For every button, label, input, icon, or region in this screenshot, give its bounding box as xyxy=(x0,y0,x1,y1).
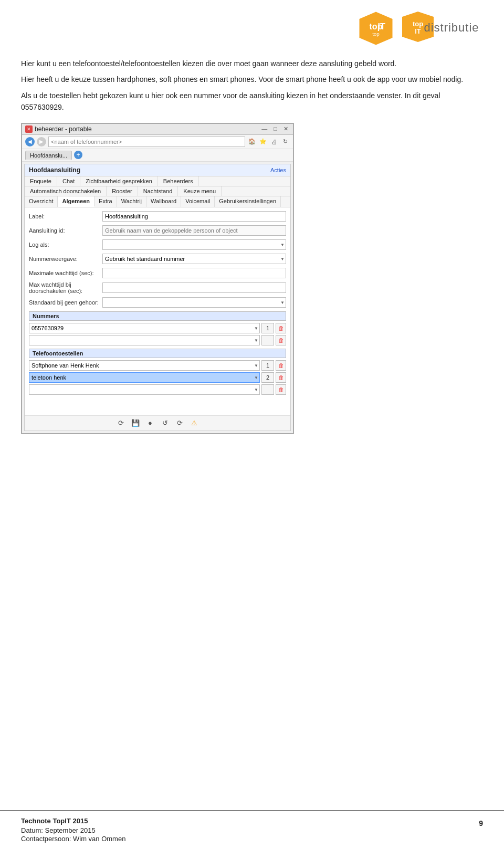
standaard-select[interactable] xyxy=(102,297,286,308)
window-controls[interactable]: — □ ✕ xyxy=(260,125,290,132)
toestel-delete-2[interactable]: 🗑 xyxy=(276,384,286,395)
form-row-max-wacht: Maximale wachttijd (sec): xyxy=(29,267,286,279)
tab-automatisch[interactable]: Automatisch doorschakelen xyxy=(25,186,107,196)
tab-voicemail[interactable]: Voicemail xyxy=(181,196,215,207)
number-select-1[interactable] xyxy=(29,335,260,345)
panel-header: Hoofdaansluiting Acties xyxy=(25,164,290,176)
toestel-select-wrapper-0: Softphone van Henk Henk xyxy=(29,360,260,371)
logo-container: top IT top top IT distributie xyxy=(357,9,483,47)
close-button[interactable]: ✕ xyxy=(282,125,290,132)
forward-button[interactable]: ▶ xyxy=(37,137,46,146)
bottom-icon-5[interactable]: ⟳ xyxy=(174,418,185,428)
toestel-row-2: 🗑 xyxy=(29,384,286,395)
tab-enquete[interactable]: Enquete xyxy=(25,176,57,186)
nummerweergave-field-label: Nummerweergave: xyxy=(29,256,102,262)
nav-add-button[interactable]: + xyxy=(74,151,82,159)
address-input[interactable] xyxy=(48,137,245,147)
bottom-icon-3[interactable]: ● xyxy=(145,418,155,428)
tab-overzicht[interactable]: Overzicht xyxy=(25,196,58,207)
tab-keuze-menu[interactable]: Keuze menu xyxy=(178,186,222,196)
toestel-badge-1: 2 xyxy=(261,372,274,383)
nummerweergave-select-wrapper: Gebruik het standaard nummer xyxy=(102,254,286,264)
nummerweergave-select[interactable]: Gebruik het standaard nummer xyxy=(102,254,286,264)
form-row-max-wacht-door: Max wachttijd bij doorschakelen (sec): xyxy=(29,281,286,294)
acties-link[interactable]: Acties xyxy=(270,167,286,173)
number-badge-1 xyxy=(261,335,274,345)
number-delete-0[interactable]: 🗑 xyxy=(276,323,286,333)
tab-gebruikersinstellingen[interactable]: Gebruikersinstellingen xyxy=(215,196,281,207)
refresh-icon[interactable]: ↻ xyxy=(280,137,290,146)
toestel-select-wrapper-1: teletoon henk xyxy=(29,372,260,383)
label-field-label: Label: xyxy=(29,213,102,219)
label-input[interactable] xyxy=(102,211,286,222)
number-select-0[interactable]: 0557630929 xyxy=(29,323,260,333)
window-titlebar: ✕ beheerder - portable — □ ✕ xyxy=(22,124,293,135)
bookmark-icon[interactable]: ⭐ xyxy=(258,137,268,146)
form-row-nummerweergave: Nummerweergave: Gebruik het standaard nu… xyxy=(29,253,286,265)
tab-algemeen[interactable]: Algemeen xyxy=(58,196,94,207)
tab-zichtbaarheid[interactable]: Zichtbaarheid gesprekken xyxy=(80,176,158,186)
svg-text:IT: IT xyxy=(378,22,385,31)
footer-left: Technote TopIT 2015 Datum: September 201… xyxy=(21,817,125,843)
toestel-delete-1[interactable]: 🗑 xyxy=(276,372,286,383)
form-row-standaard: Standaard bij geen gehoor: xyxy=(29,297,286,308)
toestel-select-wrapper-2 xyxy=(29,384,260,395)
print-icon[interactable]: 🖨 xyxy=(269,137,279,146)
tab-row-3: Overzicht Algemeen Extra Wachtrij Wallbo… xyxy=(25,196,290,207)
nav-tabs: Hoofdaanslu... + xyxy=(22,149,293,162)
toestel-select-1[interactable]: teletoon henk xyxy=(29,372,260,383)
aansluiting-input[interactable] xyxy=(102,225,286,236)
bottom-icon-4[interactable]: ↺ xyxy=(160,418,170,428)
tab-row-2: Automatisch doorschakelen Rooster Nachts… xyxy=(25,186,290,196)
max-wacht-door-input[interactable] xyxy=(102,282,286,293)
window-title: beheerder - portable xyxy=(35,125,92,133)
toestel-select-0[interactable]: Softphone van Henk Henk xyxy=(29,360,260,371)
number-row-1: 🗑 xyxy=(29,335,286,345)
page-footer: Technote TopIT 2015 Datum: September 201… xyxy=(0,810,504,849)
tab-chat[interactable]: Chat xyxy=(57,176,80,186)
para3: Als u de toestellen hebt gekozen kunt u … xyxy=(21,90,483,113)
maximize-button[interactable]: □ xyxy=(272,125,279,132)
toestel-delete-0[interactable]: 🗑 xyxy=(276,360,286,371)
back-button[interactable]: ◀ xyxy=(25,137,35,146)
minimize-button[interactable]: — xyxy=(260,125,269,132)
bottom-icon-1[interactable]: ⟳ xyxy=(116,418,126,428)
standaard-field-label: Standaard bij geen gehoor: xyxy=(29,299,102,306)
bottom-icon-warning[interactable]: ⚠ xyxy=(189,418,200,428)
footer-datum: Datum: September 2015 xyxy=(21,826,96,834)
title-left: ✕ beheerder - portable xyxy=(25,125,92,133)
tab-wachtrij[interactable]: Wachtrij xyxy=(117,196,146,207)
tab-row-1: Enquete Chat Zichtbaarheid gesprekken Be… xyxy=(25,176,290,186)
toestellen-section-header: Telefoontoestellen xyxy=(29,349,286,358)
body-text-block: Hier kunt u een telefoontoestel/telefoon… xyxy=(0,53,504,113)
nav-hoofdaanslu-tab[interactable]: Hoofdaanslu... xyxy=(25,151,72,160)
home-icon[interactable]: 🏠 xyxy=(247,137,257,146)
tab-extra[interactable]: Extra xyxy=(94,196,117,207)
svg-text:top: top xyxy=(413,20,423,28)
toestel-badge-0: 1 xyxy=(261,360,274,371)
bottom-icon-2[interactable]: 💾 xyxy=(130,418,141,428)
log-field-label: Log als: xyxy=(29,242,102,248)
tab-rooster[interactable]: Rooster xyxy=(107,186,138,196)
tab-nachtstand[interactable]: Nachtstand xyxy=(138,186,178,196)
form-row-log: Log als: xyxy=(29,239,286,250)
toestel-row-1: teletoon henk 2 🗑 xyxy=(29,372,286,383)
bottom-toolbar: ⟳ 💾 ● ↺ ⟳ ⚠ xyxy=(25,415,290,431)
number-select-wrapper-1 xyxy=(29,335,260,345)
tab-wallboard[interactable]: Wallboard xyxy=(146,196,181,207)
log-select[interactable] xyxy=(102,239,286,250)
form-row-label: Label: xyxy=(29,211,286,222)
window-icon: ✕ xyxy=(25,125,33,133)
aansluiting-field-label: Aansluiting id: xyxy=(29,227,102,234)
toestel-row-0: Softphone van Henk Henk 1 🗑 xyxy=(29,360,286,371)
max-wacht-input[interactable] xyxy=(102,268,286,278)
form-row-aansluiting: Aansluiting id: xyxy=(29,225,286,236)
svg-text:IT: IT xyxy=(415,27,421,35)
tab-beheerders[interactable]: Beheerders xyxy=(158,176,199,186)
number-delete-1[interactable]: 🗑 xyxy=(276,335,286,345)
header: top IT top top IT distributie xyxy=(0,0,504,53)
number-badge-0: 1 xyxy=(261,323,274,333)
nav-tab-label: Hoofdaanslu... xyxy=(30,152,67,159)
toestel-select-2[interactable] xyxy=(29,384,260,395)
number-row-0: 0557630929 1 🗑 xyxy=(29,323,286,333)
